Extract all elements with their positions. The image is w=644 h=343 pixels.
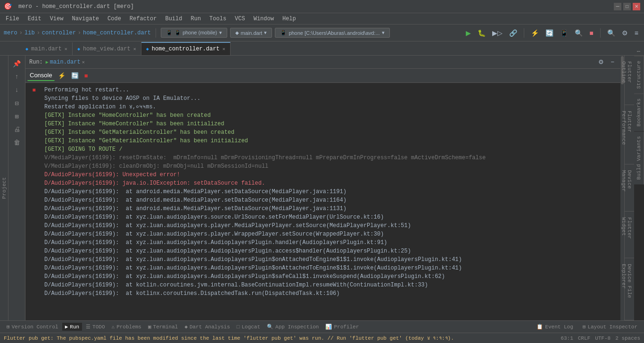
run-panel-close[interactable]: ✕ bbox=[82, 59, 85, 65]
bottom-tab-version-control[interactable]: ⊞Version Control bbox=[4, 323, 61, 331]
status-warning[interactable]: Flutter pub get: The pubspec.yaml file h… bbox=[4, 335, 454, 341]
window-controls: ─ □ ✕ bbox=[614, 3, 640, 10]
editor-tab-main-dart[interactable]: ◆main.dart✕ bbox=[21, 42, 73, 55]
menu-item-view[interactable]: View bbox=[46, 15, 67, 23]
bottom-tab-dart-analysis[interactable]: ◆Dart Analysis bbox=[182, 323, 232, 331]
tab-close-btn[interactable]: ✕ bbox=[223, 46, 225, 52]
bottom-tab-app-inspection[interactable]: 🔍App Inspection bbox=[264, 323, 322, 331]
bottom-tab-logcat[interactable]: □Logcat bbox=[234, 323, 263, 331]
stop-button[interactable]: ■ bbox=[587, 28, 595, 38]
bottom-tab-todo[interactable]: ☰TODO bbox=[83, 323, 107, 331]
cursor-position[interactable]: 63:1 bbox=[561, 335, 573, 341]
breadcrumb-lib[interactable]: lib bbox=[25, 30, 35, 36]
pin-icon[interactable]: 📌 bbox=[10, 57, 24, 70]
menu-item-refactor[interactable]: Refactor bbox=[126, 15, 161, 23]
menu-item-run[interactable]: Run bbox=[187, 15, 205, 23]
flutter-inspector-btn[interactable]: 🔍 bbox=[573, 28, 585, 38]
toolbar-sep-2 bbox=[524, 28, 524, 38]
menu-item-file[interactable]: File bbox=[2, 15, 23, 23]
filter-icon[interactable]: ⊟ bbox=[10, 97, 24, 109]
tab-close-btn[interactable]: ✕ bbox=[65, 46, 67, 52]
hot-reload-button[interactable]: ⚡ bbox=[529, 28, 541, 38]
search-everywhere-button[interactable]: 🔍 bbox=[605, 28, 617, 38]
console-area[interactable]: ■ Performing hot restart...Syncing files… bbox=[25, 83, 620, 320]
hot-restart-button[interactable]: 🔄 bbox=[544, 28, 555, 38]
bottom-tab-run[interactable]: ▶Run bbox=[62, 323, 82, 331]
flutter-widget-tab[interactable]: Flutter Widget bbox=[624, 212, 634, 259]
gutter-stop-btn[interactable]: ■ bbox=[30, 86, 38, 95]
build-variants-panel-tab[interactable]: Build Variants bbox=[634, 131, 644, 184]
structure-panel-tab[interactable]: Structure bbox=[634, 56, 644, 93]
attach-debugger-button[interactable]: 🔗 bbox=[507, 28, 519, 38]
close-button[interactable]: ✕ bbox=[633, 3, 640, 10]
bottom-tabs-bar: ⊞Version Control▶Run☰TODO⚠Problems▣Termi… bbox=[0, 320, 644, 333]
run-panel-header: Run: ▶ main.dart ✕ ⚙ − bbox=[25, 56, 620, 69]
menu-item-window[interactable]: Window bbox=[250, 15, 278, 23]
tab-icon: ⚠ bbox=[112, 324, 115, 330]
debug-button[interactable]: 🐛 bbox=[476, 28, 487, 38]
run-with-coverage-button[interactable]: ▶▷ bbox=[490, 28, 504, 38]
editor-tab-home_view-dart[interactable]: ◆home_view.dart✕ bbox=[73, 42, 141, 55]
menu-item-code[interactable]: Code bbox=[104, 15, 125, 23]
breadcrumb-file[interactable]: home_controller.dart bbox=[83, 30, 151, 36]
menu-item-vcs[interactable]: VCS bbox=[231, 15, 249, 23]
scroll-up-icon[interactable]: ↑ bbox=[10, 71, 24, 83]
console-line: D/AudioPlayers(16199): at xyz.luan.audio… bbox=[44, 264, 619, 272]
more-button[interactable]: ≡ bbox=[633, 28, 640, 38]
run-minimize-button[interactable]: − bbox=[608, 57, 617, 67]
encoding[interactable]: UTF-8 bbox=[595, 335, 611, 341]
device-manager-tab[interactable]: Device Manager bbox=[624, 164, 634, 212]
menu-item-navigate[interactable]: Navigate bbox=[68, 15, 103, 23]
bottom-tab-terminal[interactable]: ▣Terminal bbox=[145, 323, 181, 331]
run-button[interactable]: ▶ bbox=[464, 28, 473, 38]
menu-item-tools[interactable]: Tools bbox=[206, 15, 230, 23]
phone-icon-2: 📱 bbox=[280, 30, 287, 36]
bottom-tab-profiler[interactable]: 📊Profiler bbox=[322, 323, 362, 331]
maximize-button[interactable]: □ bbox=[623, 3, 631, 10]
bottom-right-tabs: 📋 Event Log ⊞ Layout Inspector bbox=[534, 323, 640, 331]
dart-file-icon: ◆ bbox=[25, 46, 28, 52]
layout-inspector-tab[interactable]: ⊞ Layout Inspector bbox=[580, 323, 640, 331]
console-line: D/AudioPlayers(16199): at xyz.luan.audio… bbox=[44, 238, 619, 247]
device-selector[interactable]: 📱 📱 phone (mobile) ▾ bbox=[161, 28, 227, 38]
menu-item-edit[interactable]: Edit bbox=[24, 15, 45, 23]
hot-restart-toolbar-btn[interactable]: 🔄 bbox=[69, 71, 81, 81]
bookmarks-panel-tab[interactable]: Bookmarks bbox=[634, 93, 644, 131]
device-manager-btn[interactable]: 📱 bbox=[558, 28, 570, 38]
stop-toolbar-btn[interactable]: ■ bbox=[82, 71, 91, 81]
bottom-tabs-list: ⊞Version Control▶Run☰TODO⚠Problems▣Termi… bbox=[4, 323, 530, 331]
flutter-performance-tab[interactable]: Flutter Performance bbox=[624, 105, 634, 164]
console-line: D/AudioPlayers(16199): at xyz.luan.audio… bbox=[44, 230, 619, 238]
tab-close-btn[interactable]: ✕ bbox=[133, 46, 136, 52]
settings-button[interactable]: ⚙ bbox=[620, 28, 630, 38]
menu-item-build[interactable]: Build bbox=[161, 15, 186, 23]
tab-icon: ⊞ bbox=[7, 324, 10, 330]
scroll-down-icon[interactable]: ↓ bbox=[10, 84, 24, 96]
breadcrumb-mero[interactable]: mero bbox=[4, 30, 17, 36]
fold-icon[interactable]: ⊞ bbox=[10, 110, 24, 122]
editor-tab-home_controller-dart[interactable]: ◆home_controller.dart✕ bbox=[141, 42, 231, 55]
flutter-outline-tab[interactable]: Flutter Outline bbox=[624, 56, 634, 105]
project-panel-tab[interactable]: Project bbox=[0, 56, 8, 320]
console-line: D/AudioPlayers(16199): at xyz.luan.audio… bbox=[44, 255, 619, 264]
menu-item-help[interactable]: Help bbox=[279, 15, 300, 23]
run-settings-button[interactable]: ⚙ bbox=[596, 57, 606, 67]
line-ending[interactable]: CRLF bbox=[578, 335, 590, 341]
console-line: D/AudioPlayers(16199): at xyz.luan.audio… bbox=[44, 213, 619, 221]
title-bar: 🎯 mero - home_controller.dart [mero] ─ □… bbox=[0, 0, 644, 13]
bottom-tab-problems[interactable]: ⚠Problems bbox=[109, 323, 144, 331]
device-file-explorer-tab[interactable]: Device File Explorer bbox=[624, 258, 634, 320]
hot-reload-toolbar-btn[interactable]: ⚡ bbox=[56, 71, 68, 81]
console-line: Restarted application in ४,०५५ms. bbox=[44, 103, 619, 111]
minimize-button[interactable]: ─ bbox=[614, 3, 621, 10]
print-icon[interactable]: 🖨 bbox=[10, 123, 24, 136]
device-path-selector[interactable]: 📱 phone [C:\Users\Aburas\.android\avd:..… bbox=[275, 28, 389, 38]
event-log-tab[interactable]: 📋 Event Log bbox=[534, 323, 576, 331]
console-tab-btn[interactable]: Console bbox=[27, 70, 55, 81]
tabs-list: ◆main.dart✕◆home_view.dart✕◆home_control… bbox=[21, 42, 231, 55]
run-config-selector[interactable]: ◆ main.dart ▾ bbox=[230, 28, 272, 38]
tabs-more-button[interactable]: ⋯ bbox=[633, 48, 644, 55]
clear-icon[interactable]: 🗑 bbox=[10, 137, 24, 149]
breadcrumb-controller[interactable]: controller bbox=[42, 30, 76, 36]
indent[interactable]: 2 spaces bbox=[615, 335, 640, 341]
